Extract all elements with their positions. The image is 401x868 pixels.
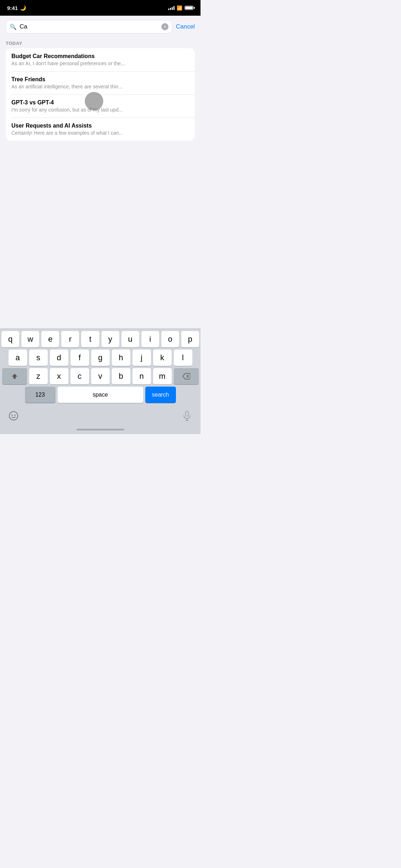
result-item-0[interactable]: Budget Car Recommendations As an AI, I d…	[6, 48, 195, 71]
key-s[interactable]: s	[29, 350, 48, 366]
search-icon: 🔍	[10, 24, 17, 30]
results-card: Budget Car Recommendations As an AI, I d…	[6, 48, 195, 141]
result-title-2: GPT-3 vs GPT-4	[11, 99, 189, 106]
svg-rect-3	[186, 411, 188, 416]
microphone-key[interactable]	[179, 408, 195, 424]
home-indicator	[0, 426, 200, 434]
key-d[interactable]: d	[50, 350, 68, 366]
key-a[interactable]: a	[9, 350, 27, 366]
numbers-key[interactable]: 123	[25, 387, 56, 403]
status-time: 9:41	[7, 5, 18, 11]
key-e[interactable]: e	[41, 331, 59, 347]
signal-icon	[168, 6, 175, 10]
result-preview-1: As an artificial intelligence, there are…	[11, 84, 189, 89]
emoji-key[interactable]	[6, 408, 21, 424]
section-label-today: TODAY	[0, 37, 200, 48]
key-r[interactable]: r	[61, 331, 79, 347]
key-z[interactable]: z	[29, 368, 48, 384]
key-l[interactable]: l	[174, 350, 192, 366]
key-n[interactable]: n	[132, 368, 151, 384]
result-item-2[interactable]: GPT-3 vs GPT-4 I'm sorry for any confusi…	[6, 94, 195, 118]
space-key[interactable]: space	[58, 387, 143, 403]
search-key[interactable]: search	[145, 387, 176, 403]
key-o[interactable]: o	[161, 331, 179, 347]
key-m[interactable]: m	[153, 368, 172, 384]
result-title-1: Tree Friends	[11, 76, 189, 83]
keyboard-row-4: 123 space search	[1, 387, 199, 403]
key-g[interactable]: g	[91, 350, 110, 366]
key-p[interactable]: p	[181, 331, 199, 347]
wifi-icon: 📶	[177, 5, 182, 11]
delete-key[interactable]	[174, 368, 199, 384]
key-i[interactable]: i	[141, 331, 159, 347]
key-k[interactable]: k	[153, 350, 172, 366]
svg-point-1	[12, 415, 13, 416]
key-y[interactable]: y	[101, 331, 119, 347]
svg-point-2	[15, 415, 16, 416]
result-item-1[interactable]: Tree Friends As an artificial intelligen…	[6, 71, 195, 94]
result-preview-3: Certainly! Here are a few examples of wh…	[11, 130, 189, 136]
key-v[interactable]: v	[91, 368, 110, 384]
cancel-button[interactable]: Cancel	[176, 23, 195, 30]
key-c[interactable]: c	[71, 368, 89, 384]
key-j[interactable]: j	[132, 350, 151, 366]
keyboard[interactable]: q w e r t y u i o p a s d f g h j k l	[0, 328, 200, 434]
key-b[interactable]: b	[112, 368, 130, 384]
home-bar	[77, 429, 124, 430]
result-item-3[interactable]: User Requests and AI Assists Certainly! …	[6, 118, 195, 141]
key-x[interactable]: x	[50, 368, 68, 384]
key-h[interactable]: h	[112, 350, 130, 366]
search-input-wrapper[interactable]: 🔍 Ca ×	[6, 20, 172, 33]
clear-button[interactable]: ×	[161, 23, 168, 30]
keyboard-row-1: q w e r t y u i o p	[1, 331, 199, 347]
keyboard-row-3: z x c v b n m	[1, 368, 199, 384]
keyboard-bottom-row	[0, 407, 200, 426]
svg-point-0	[9, 412, 18, 420]
key-q[interactable]: q	[1, 331, 19, 347]
status-bar: 9:41 🌙 📶	[0, 0, 200, 16]
result-title-3: User Requests and AI Assists	[11, 123, 189, 129]
keyboard-row-2: a s d f g h j k l	[1, 350, 199, 366]
battery-icon	[184, 6, 193, 10]
key-f[interactable]: f	[71, 350, 89, 366]
search-input[interactable]: Ca	[20, 23, 158, 30]
result-preview-0: As an AI, I don't have personal preferen…	[11, 61, 189, 66]
status-right: 📶	[168, 5, 193, 11]
result-title-0: Budget Car Recommendations	[11, 53, 189, 60]
result-preview-2: I'm sorry for any confusion, but as of m…	[11, 107, 189, 113]
key-u[interactable]: u	[121, 331, 139, 347]
shift-key[interactable]	[2, 368, 27, 384]
key-t[interactable]: t	[81, 331, 99, 347]
moon-icon: 🌙	[20, 5, 26, 11]
key-w[interactable]: w	[21, 331, 39, 347]
search-bar-container: 🔍 Ca × Cancel	[0, 16, 200, 37]
